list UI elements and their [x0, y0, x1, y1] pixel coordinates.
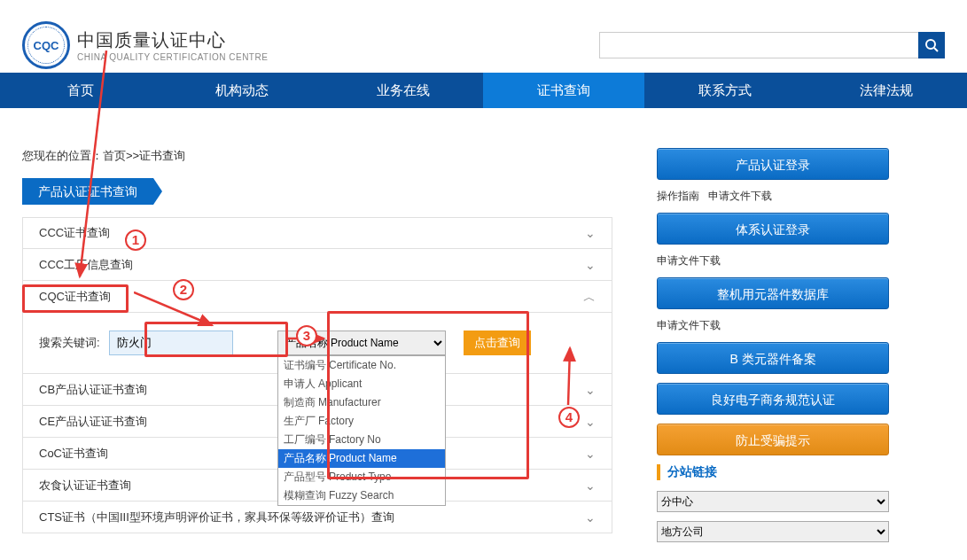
svg-line-1: [934, 48, 938, 51]
chevron-down-icon: ⌄: [585, 249, 596, 281]
link-download-2[interactable]: 申请文件下载: [657, 254, 721, 267]
opt-product-name[interactable]: 产品名称 Product Name: [278, 449, 445, 468]
btn-system-cert-login[interactable]: 体系认证登录: [657, 213, 889, 245]
query-button[interactable]: 点击查询: [464, 331, 531, 355]
logo-title-en: CHINA QUALITY CERTIFICATION CENTRE: [77, 51, 268, 63]
opt-manufacturer[interactable]: 制造商 Manufacturer: [278, 393, 445, 412]
acc-label: CQC证书查询: [39, 281, 111, 313]
opt-factory-no[interactable]: 工厂编号 Factory No: [278, 431, 445, 449]
link-download-3[interactable]: 申请文件下载: [657, 319, 721, 331]
chevron-down-icon: ⌄: [585, 406, 596, 438]
section-title: 产品认证证书查询: [22, 178, 153, 205]
acc-label: CoC证书查询: [39, 438, 108, 470]
branch-select[interactable]: 分中心: [657, 491, 889, 512]
chevron-up-icon: ︿: [583, 281, 596, 313]
nav-home[interactable]: 首页: [0, 73, 161, 108]
acc-label: CE产品认证证书查询: [39, 406, 147, 438]
acc-cqc-cert[interactable]: CQC证书查询︿: [22, 281, 612, 313]
crumb-prefix: 您现在的位置：: [22, 149, 103, 162]
nav-business[interactable]: 业务在线: [323, 73, 484, 108]
chevron-down-icon: ⌄: [585, 502, 596, 533]
search-button[interactable]: [918, 32, 945, 58]
acc-cqc-body: 搜索关键词: 产品名称 Product Name 证书编号 Certificat…: [22, 313, 612, 374]
btn-product-cert-login[interactable]: 产品认证登录: [657, 148, 889, 180]
search-type-select[interactable]: 产品名称 Product Name: [277, 331, 446, 355]
btn-ecommerce-cert[interactable]: 良好电子商务规范认证: [657, 383, 889, 415]
search-type-dropdown: 证书编号 Certificate No. 申请人 Applicant 制造商 M…: [277, 355, 446, 506]
acc-label: CCC工厂信息查询: [39, 249, 133, 281]
nav-contact[interactable]: 联系方式: [644, 73, 806, 108]
opt-cert-no[interactable]: 证书编号 Certificate No.: [278, 356, 445, 375]
btn-b-component[interactable]: B 类元器件备案: [657, 342, 889, 374]
acc-cts[interactable]: CTS证书（中国III型环境声明评价证书，家具环保等级评价证书）查询⌄: [22, 502, 612, 533]
btn-component-db[interactable]: 整机用元器件数据库: [657, 277, 889, 309]
btn-fraud-alert[interactable]: 防止受骗提示: [657, 424, 889, 455]
keyword-label: 搜索关键词:: [39, 331, 100, 355]
chevron-down-icon: ⌄: [585, 438, 596, 470]
crumb-current: 证书查询: [139, 149, 185, 162]
side-links-heading: 分站链接: [657, 464, 889, 480]
search-input[interactable]: [599, 32, 918, 58]
opt-factory[interactable]: 生产厂 Factory: [278, 412, 445, 431]
opt-product-type[interactable]: 产品型号 Product Type: [278, 468, 445, 486]
chevron-down-icon: ⌄: [585, 470, 596, 502]
link-download-1[interactable]: 申请文件下载: [708, 190, 772, 202]
link-guide[interactable]: 操作指南: [657, 190, 699, 202]
nav-cert-query[interactable]: 证书查询: [483, 73, 644, 108]
opt-fuzzy[interactable]: 模糊查询 Fuzzy Search: [278, 486, 445, 505]
nav-law[interactable]: 法律法规: [806, 73, 967, 108]
local-company-select[interactable]: 地方公司: [657, 521, 889, 542]
logo: CQC 中国质量认证中心 CHINA QUALITY CERTIFICATION…: [22, 21, 268, 69]
acc-label: 农食认证证书查询: [39, 470, 131, 502]
acc-ccc-cert[interactable]: CCC证书查询⌄: [22, 217, 612, 249]
chevron-down-icon: ⌄: [585, 374, 596, 406]
acc-label: CB产品认证证书查询: [39, 374, 147, 406]
breadcrumb: 您现在的位置：首页>>证书查询: [22, 148, 612, 164]
chevron-down-icon: ⌄: [585, 217, 596, 249]
logo-title-cn: 中国质量认证中心: [77, 28, 268, 51]
main-nav: 首页 机构动态 业务在线 证书查询 联系方式 法律法规: [0, 73, 967, 108]
logo-emblem: CQC: [22, 21, 70, 69]
crumb-home[interactable]: 首页: [103, 149, 126, 162]
search-icon: [924, 38, 939, 52]
acc-label: CCC证书查询: [39, 217, 110, 249]
opt-applicant[interactable]: 申请人 Applicant: [278, 375, 445, 393]
svg-point-0: [926, 40, 935, 49]
nav-news[interactable]: 机构动态: [161, 73, 323, 108]
keyword-input[interactable]: [109, 331, 233, 355]
crumb-sep: >>: [126, 149, 139, 162]
acc-ccc-factory[interactable]: CCC工厂信息查询⌄: [22, 249, 612, 281]
